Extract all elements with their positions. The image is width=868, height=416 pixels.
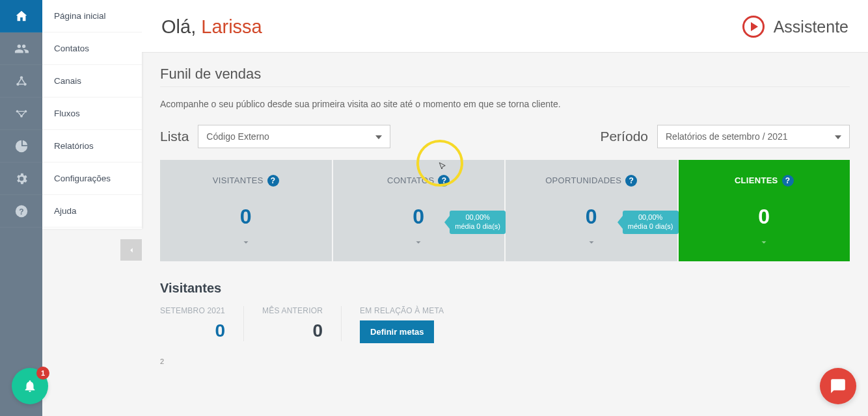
sidebar-item-label: Canais [54, 76, 81, 86]
help-icon[interactable]: ? [267, 175, 279, 187]
sidebar-item-label: Relatórios [54, 141, 94, 151]
play-icon [742, 16, 765, 38]
stat-label: EM RELAÇÃO À META [360, 306, 444, 315]
stat-goal: EM RELAÇÃO À META Definir metas [342, 306, 462, 343]
notification-badge: 1 [36, 367, 49, 380]
svg-point-1 [16, 83, 19, 85]
sidebar-item-reports[interactable]: Relatórios [42, 130, 142, 162]
header-bar: Olá, Larissa Assistente [142, 0, 868, 53]
sidebar-icon-rail: ? [0, 0, 42, 416]
sidebar-icon-home[interactable] [0, 0, 42, 32]
funnel-card-clientes[interactable]: CLIENTES ? 0 [679, 160, 850, 261]
divider [160, 86, 850, 87]
filters-row: Lista Código Externo Período Relatórios … [160, 125, 850, 148]
svg-point-4 [24, 110, 27, 112]
stat-value: 0 [160, 320, 225, 341]
svg-point-0 [20, 76, 22, 79]
stat-current: SETEMBRO 2021 0 [160, 306, 244, 341]
periodo-select-value: Relatórios de setembro / 2021 [666, 131, 788, 142]
lista-select[interactable]: Código Externo [198, 125, 390, 148]
sidebar-item-contacts[interactable]: Contatos [42, 32, 142, 65]
chat-icon [830, 378, 847, 395]
stat-label: MÊS ANTERIOR [262, 306, 323, 315]
notification-button[interactable]: 1 [12, 368, 48, 404]
sidebar-item-label: Fluxos [54, 109, 80, 118]
sidebar-item-label: Página inicial [54, 11, 106, 21]
assistente-label: Assistente [774, 18, 848, 36]
filter-periodo: Período Relatórios de setembro / 2021 [600, 125, 850, 148]
filter-periodo-label: Período [600, 129, 648, 144]
cursor-highlight [416, 140, 463, 187]
detail-title: Visitantes [160, 281, 850, 296]
stats-row: SETEMBRO 2021 0 MÊS ANTERIOR 0 EM RELAÇÃ… [160, 306, 850, 343]
section-title: Funil de vendas [160, 66, 850, 83]
conversion-tag: 00,00% média 0 dia(s) [450, 211, 506, 234]
main-content: Olá, Larissa Assistente Funil de vendas … [142, 0, 868, 416]
sidebar-item-home[interactable]: Página inicial [42, 0, 142, 32]
sidebar-icon-help[interactable]: ? [0, 195, 42, 228]
periodo-select[interactable]: Relatórios de setembro / 2021 [657, 125, 850, 148]
stat-label: SETEMBRO 2021 [160, 306, 225, 315]
chevron-down-icon[interactable] [684, 238, 845, 250]
assistente-button[interactable]: Assistente [742, 16, 848, 38]
stat-previous: MÊS ANTERIOR 0 [244, 306, 342, 341]
conversion-tag: 00,00% média 0 dia(s) [623, 211, 679, 234]
funnel-card-contatos[interactable]: CONTATOS ? 0 00,00% média 0 dia(s) [333, 160, 505, 261]
lista-select-value: Código Externo [206, 131, 269, 142]
svg-point-2 [23, 83, 26, 85]
define-goals-button[interactable]: Definir metas [360, 320, 434, 343]
bell-icon [23, 379, 37, 393]
greeting-name: Larissa [201, 16, 262, 37]
sidebar-item-channels[interactable]: Canais [42, 65, 142, 98]
content-area: Funil de vendas Acompanhe o seu público … [142, 53, 868, 370]
greeting-prefix: Olá, [161, 16, 201, 37]
filter-lista-label: Lista [160, 129, 189, 144]
funnel-row: VISITANTES ? 0 CONTATOS ? 0 00,00% média… [160, 160, 850, 261]
svg-point-3 [16, 110, 18, 112]
chat-button[interactable] [820, 368, 856, 404]
sidebar-icon-channels[interactable] [0, 65, 42, 98]
sidebar-labels: Página inicial Contatos Canais Fluxos Re… [42, 0, 142, 229]
funnel-card-visitantes[interactable]: VISITANTES ? 0 [160, 160, 332, 261]
chevron-down-icon[interactable] [511, 238, 672, 250]
chevron-down-icon[interactable] [165, 238, 327, 250]
sidebar-item-help[interactable]: Ajuda [42, 195, 142, 228]
chevron-down-icon[interactable] [338, 238, 500, 250]
sidebar-item-flows[interactable]: Fluxos [42, 98, 142, 130]
section-description: Acompanhe o seu público desde sua primei… [160, 99, 850, 109]
stat-value: 0 [262, 320, 323, 341]
sidebar-collapse-button[interactable] [120, 239, 142, 261]
sidebar-item-settings[interactable]: Configurações [42, 162, 142, 195]
help-icon[interactable]: ? [625, 175, 637, 187]
sidebar-icon-contacts[interactable] [0, 32, 42, 65]
funnel-card-value: 0 [684, 205, 845, 229]
greeting: Olá, Larissa [161, 16, 262, 38]
y-axis-tick: 2 [160, 358, 164, 365]
filter-lista: Lista Código Externo [160, 125, 390, 148]
sidebar-item-label: Configurações [54, 174, 111, 183]
svg-text:?: ? [19, 207, 23, 216]
sidebar-item-label: Contatos [54, 44, 89, 53]
funnel-card-oportunidades[interactable]: OPORTUNIDADES ? 0 00,00% média 0 dia(s) [506, 160, 677, 261]
help-icon[interactable]: ? [782, 175, 794, 187]
funnel-card-title: OPORTUNIDADES ? [545, 175, 637, 187]
chevron-left-icon [127, 246, 136, 255]
sidebar-icon-settings[interactable] [0, 162, 42, 195]
sidebar-icon-reports[interactable] [0, 130, 42, 162]
sidebar-item-label: Ajuda [54, 206, 77, 216]
funnel-card-value: 0 [165, 205, 327, 229]
cursor-icon [438, 161, 448, 171]
funnel-card-title: VISITANTES ? [213, 175, 279, 187]
sidebar-icon-flows[interactable] [0, 98, 42, 130]
funnel-card-title: CLIENTES ? [735, 175, 794, 187]
